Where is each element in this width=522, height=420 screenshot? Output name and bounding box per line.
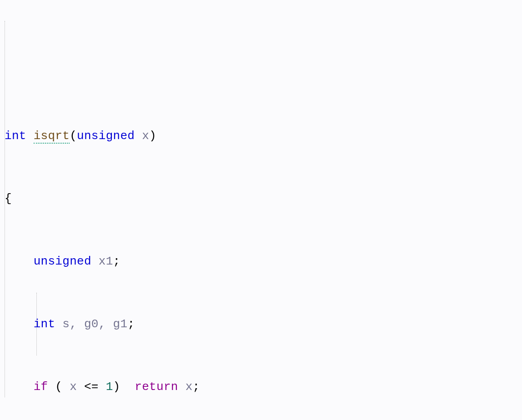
code-line: if ( x <= 1) return x; (5, 376, 517, 397)
code-viewer: int isqrt(unsigned x) { unsigned x1; int… (0, 0, 522, 420)
fn-name: isqrt (34, 129, 70, 144)
code-line: { (5, 188, 517, 209)
indent-guide (5, 21, 5, 397)
code-line: int s, g0, g1; (5, 314, 517, 335)
kw-int: int (5, 129, 26, 143)
code-line: unsigned x1; (5, 251, 517, 272)
code-line: int isqrt(unsigned x) (5, 125, 517, 146)
kw-unsigned: unsigned (77, 129, 135, 143)
